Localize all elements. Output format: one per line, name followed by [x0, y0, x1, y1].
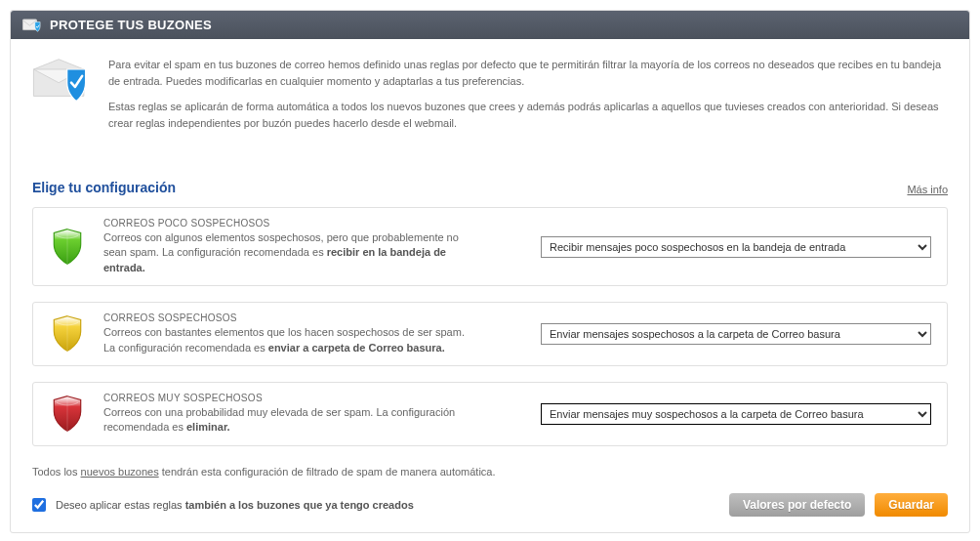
panel-header: PROTEGE TUS BUZONES — [11, 11, 969, 39]
rule-action-select[interactable]: Enviar mensajes muy sospechosos a la car… — [541, 403, 931, 425]
rule-text: CORREOS SOSPECHOSOS Correos con bastante… — [103, 312, 474, 355]
rule-action-select[interactable]: Recibir mensajes poco sospechosos en la … — [541, 236, 931, 258]
shield-icon — [49, 313, 86, 354]
shield-icon — [49, 394, 86, 435]
rule-desc-pre: Correos con una probabilidad muy elevada… — [103, 406, 455, 433]
footer-note-pre: Todos los — [32, 466, 81, 478]
svg-rect-0 — [22, 19, 36, 29]
footer-actions: Deseo aplicar estas reglas también a los… — [11, 487, 969, 532]
section-title: Elige tu configuración — [32, 180, 176, 195]
rule-text: CORREOS POCO SOSPECHOSOS Correos con alg… — [103, 218, 474, 275]
rule-text: CORREOS MUY SOSPECHOSOS Correos con una … — [103, 393, 474, 436]
intro-text: Para evitar el spam en tus buzones de co… — [108, 57, 950, 141]
protect-mailboxes-panel: PROTEGE TUS BUZONES Para evitar el spam … — [10, 10, 970, 533]
rule-description: Correos con algunos elementos sospechoso… — [103, 230, 474, 275]
rule-select-wrap: Recibir mensajes poco sospechosos en la … — [492, 236, 931, 258]
apply-existing-label[interactable]: Deseo aplicar estas reglas también a los… — [56, 499, 719, 511]
rule-block: CORREOS SOSPECHOSOS Correos con bastante… — [32, 302, 948, 366]
envelope-shield-icon — [30, 57, 89, 105]
rule-desc-bold: enviar a carpeta de Correo basura. — [268, 342, 445, 354]
rule-desc-bold: eliminar. — [186, 421, 230, 433]
intro-paragraph-2: Estas reglas se aplicarán de forma autom… — [108, 99, 950, 131]
rule-action-select[interactable]: Enviar mensajes sospechosos a la carpeta… — [541, 323, 931, 345]
rule-select-wrap: Enviar mensajes sospechosos a la carpeta… — [492, 323, 931, 345]
apply-label-bold: también a los buzones que ya tengo cread… — [185, 499, 414, 511]
rule-title: CORREOS MUY SOSPECHOSOS — [103, 393, 474, 403]
save-button[interactable]: Guardar — [875, 493, 948, 517]
intro-paragraph-1: Para evitar el spam en tus buzones de co… — [108, 57, 950, 89]
apply-label-pre: Deseo aplicar estas reglas — [56, 499, 185, 511]
rule-title: CORREOS SOSPECHOSOS — [103, 312, 474, 323]
rule-select-wrap: Enviar mensajes muy sospechosos a la car… — [492, 403, 931, 425]
more-info-link[interactable]: Más info — [907, 184, 948, 195]
rule-description: Correos con bastantes elementos que los … — [103, 325, 474, 355]
footer-note-post: tendrán esta configuración de filtrado d… — [159, 466, 496, 478]
section-header-row: Elige tu configuración Más info — [11, 152, 969, 201]
shield-icon — [49, 227, 86, 268]
apply-existing-checkbox[interactable] — [32, 498, 46, 512]
mail-shield-icon — [22, 19, 40, 32]
footer-note: Todos los nuevos buzones tendrán esta co… — [11, 462, 969, 487]
panel-title: PROTEGE TUS BUZONES — [50, 18, 212, 32]
footer-note-underline: nuevos buzones — [81, 466, 159, 478]
rule-block: CORREOS POCO SOSPECHOSOS Correos con alg… — [32, 207, 948, 286]
intro-section: Para evitar el spam en tus buzones de co… — [11, 39, 969, 152]
rule-description: Correos con una probabilidad muy elevada… — [103, 405, 474, 436]
rule-title: CORREOS POCO SOSPECHOSOS — [103, 218, 474, 229]
defaults-button[interactable]: Valores por defecto — [729, 493, 865, 517]
rule-block: CORREOS MUY SOSPECHOSOS Correos con una … — [32, 382, 948, 446]
